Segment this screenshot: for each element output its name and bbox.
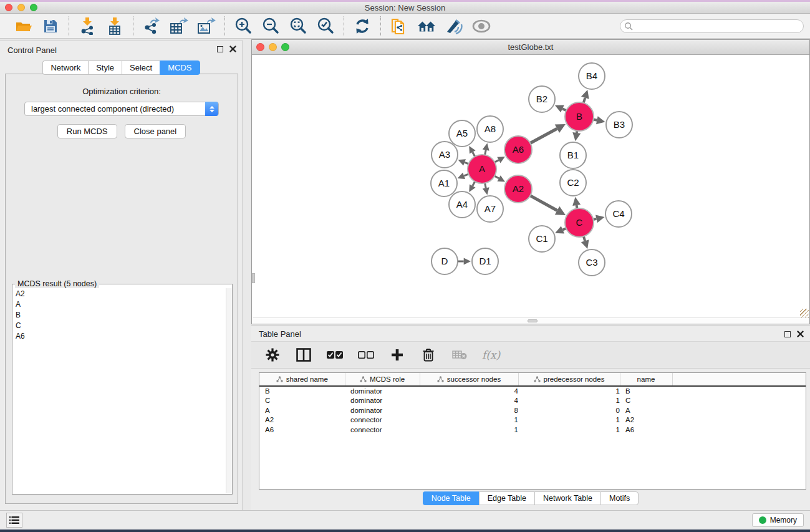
tab-edge-table[interactable]: Edge Table: [479, 491, 534, 505]
graph-node-label: A1: [438, 178, 450, 188]
zoom-selected-button[interactable]: [316, 17, 335, 36]
column-chooser-button[interactable]: [295, 346, 312, 364]
graph-node-label: C1: [536, 233, 547, 244]
network-canvas[interactable]: AA1A2A3A4A5A6A7A8BB1B2B3B4CC1C2C3C4DD1: [253, 56, 809, 318]
result-item[interactable]: A6: [13, 331, 225, 341]
tab-motifs[interactable]: Motifs: [600, 491, 639, 505]
close-panel-icon[interactable]: [797, 331, 804, 337]
memory-label: Memory: [770, 516, 797, 525]
tab-network-table[interactable]: Network Table: [534, 491, 600, 505]
graph-node-label: B1: [567, 150, 579, 160]
graph-edge-A-A8[interactable]: [485, 150, 486, 155]
graph-edge-A-A3[interactable]: [465, 162, 468, 163]
graph-edge-A6-B[interactable]: [530, 128, 557, 143]
column-header-shared-name[interactable]: shared name: [259, 373, 345, 386]
close-panel-button[interactable]: Close panel: [125, 124, 186, 138]
control-panel-tabs: Network Style Select MCDS: [0, 60, 243, 75]
function-builder-button[interactable]: f(x): [482, 349, 500, 361]
graph-edge-A-A2[interactable]: [494, 176, 499, 178]
deselect-all-button[interactable]: [357, 346, 375, 364]
tab-style[interactable]: Style: [88, 60, 122, 75]
table-row[interactable]: A6connector 11 A6: [259, 425, 806, 435]
graph-edge-B-B4[interactable]: [584, 98, 586, 103]
graph-arrowhead: [581, 90, 589, 99]
float-panel-icon[interactable]: [784, 331, 791, 337]
tab-mcds[interactable]: MCDS: [160, 60, 200, 75]
home-icon: [417, 19, 436, 34]
add-column-button[interactable]: [388, 346, 406, 364]
import-table-button[interactable]: [105, 17, 124, 36]
tab-network[interactable]: Network: [42, 60, 88, 75]
graph-node-label: B: [576, 111, 582, 122]
close-panel-icon[interactable]: [229, 46, 236, 52]
graph-edge-A-A5[interactable]: [473, 152, 475, 157]
result-scrollbar[interactable]: [226, 288, 232, 493]
save-session-button[interactable]: [41, 17, 60, 36]
delete-column-button[interactable]: [420, 346, 437, 364]
column-header-mcds-role[interactable]: MCDS role: [345, 373, 420, 386]
show-task-history-button[interactable]: [6, 513, 22, 528]
search-input[interactable]: [635, 22, 803, 31]
export-network-button[interactable]: [142, 17, 161, 36]
refresh-group: [344, 17, 380, 36]
zoom-out-icon: [262, 17, 279, 35]
graph-edge-B-B2[interactable]: [562, 109, 566, 110]
delete-table-button[interactable]: [451, 346, 468, 364]
zoom-in-button[interactable]: [234, 17, 253, 36]
column-header-successor-nodes[interactable]: successor nodes: [420, 373, 518, 386]
zoom-out-button[interactable]: [261, 17, 280, 36]
table-row[interactable]: Cdominator 41 C: [259, 396, 806, 406]
network-view-window: testGlobe.txt AA1A2A3A4A5A6A7A8BB1B2B3B4…: [251, 39, 810, 324]
column-header-name[interactable]: name: [620, 373, 672, 386]
select-all-button[interactable]: [326, 346, 344, 364]
zoom-in-icon: [234, 17, 252, 35]
window-resize-grip[interactable]: [800, 309, 809, 317]
graph-edge-A2-C[interactable]: [530, 196, 557, 211]
column-header-predecessor-nodes[interactable]: predecessor nodes: [518, 373, 620, 386]
result-item[interactable]: A2: [13, 288, 225, 299]
desktop-strip: [0, 530, 810, 532]
result-item[interactable]: B: [13, 309, 225, 320]
graph-node-label: C3: [586, 257, 597, 268]
control-panel: Control Panel Network Style Select MCDS …: [0, 41, 243, 510]
table-row[interactable]: A2connector 11 A2: [259, 415, 806, 425]
hide-graphics-details-button[interactable]: [445, 17, 463, 36]
refresh-button[interactable]: [353, 17, 372, 36]
home-button[interactable]: [417, 17, 436, 36]
graph-edge-A-A6[interactable]: [494, 160, 499, 163]
graph-edge-A-A4[interactable]: [473, 181, 475, 186]
duplicate-network-button[interactable]: [390, 17, 408, 36]
graph-edge-A-A7[interactable]: [485, 183, 486, 188]
gear-icon: [266, 348, 279, 362]
mcds-result-list[interactable]: A2 A B C A6: [13, 288, 225, 493]
network-vertical-scrollbar-thumb[interactable]: [252, 273, 255, 283]
table-settings-button[interactable]: [264, 346, 281, 364]
graph-node-label: A5: [456, 128, 468, 138]
criterion-dropdown[interactable]: largest connected component (directed): [24, 102, 219, 116]
run-mcds-button[interactable]: Run MCDS: [57, 124, 117, 138]
graph-node-label: C2: [567, 177, 579, 188]
zoom-fit-button[interactable]: [289, 17, 307, 36]
tab-node-table[interactable]: Node Table: [423, 491, 479, 505]
column-header-filler: [672, 373, 806, 386]
tab-select[interactable]: Select: [122, 60, 160, 75]
graph-edge-A-A1[interactable]: [464, 174, 468, 176]
network-horizontal-scrollbar-thumb[interactable]: [528, 319, 538, 322]
import-network-button[interactable]: [78, 17, 97, 36]
result-item[interactable]: C: [13, 320, 225, 331]
criterion-dropdown-value: largest connected component (directed): [31, 104, 174, 114]
float-panel-icon[interactable]: [217, 46, 223, 52]
show-graphics-details-button[interactable]: [472, 17, 491, 36]
open-session-button[interactable]: [14, 17, 32, 36]
network-horizontal-scrollbar[interactable]: [253, 317, 809, 323]
export-image-button[interactable]: [197, 17, 216, 36]
memory-button[interactable]: Memory: [752, 513, 804, 527]
export-table-button[interactable]: [170, 17, 188, 36]
search-box[interactable]: [620, 19, 804, 33]
table-row[interactable]: Adominator 80 A: [259, 405, 806, 415]
zoom-selected-icon: [317, 17, 334, 35]
result-item[interactable]: A: [13, 299, 225, 309]
table-row[interactable]: Bdominator 41 B: [259, 386, 806, 396]
graph-node-label: B4: [586, 70, 597, 81]
graph-edge-C-C3[interactable]: [584, 236, 585, 241]
